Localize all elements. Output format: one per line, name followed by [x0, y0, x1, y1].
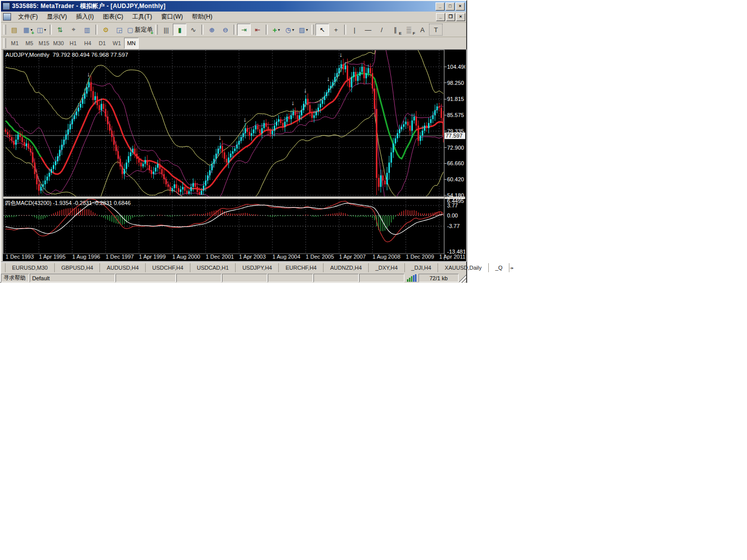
date-tick-label: 1 Apr 2011	[439, 254, 465, 260]
symbol-tab-_dxy[interactable]: _DXY,H4	[369, 263, 404, 272]
empty-status-cell	[313, 274, 359, 282]
symbol-tab-_q[interactable]: _Q	[489, 263, 510, 272]
date-tick-label: 1 Aug 2008	[372, 254, 400, 260]
zoom-out-button[interactable]: ⊖	[219, 24, 232, 36]
zoom-out-icon: ⊖	[223, 26, 228, 34]
price-tick-label: 66.660	[447, 160, 464, 166]
trendline-icon: /	[381, 26, 383, 34]
timeframe-h4[interactable]: H4	[80, 38, 95, 49]
vertical-line-button[interactable]: |	[348, 24, 361, 36]
line-chart-button[interactable]: ∿	[186, 24, 200, 36]
menu-item-5[interactable]: 窗口(W)	[157, 12, 187, 22]
market-watch-button[interactable]: ⇅	[53, 24, 67, 36]
symbol-tab-audnzd[interactable]: AUDNZD,H4	[324, 263, 369, 272]
crosshair-button[interactable]: +	[329, 24, 343, 36]
horizontal-line-icon: —	[365, 26, 371, 34]
new-order-button[interactable]: ▢+新定单	[126, 24, 154, 36]
symbol-tab-usdjpy[interactable]: USDJPY,H4	[236, 263, 279, 272]
new-chart-button[interactable]: ▦+▾	[21, 24, 35, 36]
title-bar[interactable]: 3535885: MetaTrader - 模拟帐户 - [AUDJPY,Mon…	[1, 1, 466, 12]
timeframe-m15[interactable]: M15	[37, 38, 51, 49]
status-bar: 寻求帮助Default72/1 kb	[1, 273, 466, 283]
price-tick-label: 85.575	[447, 112, 464, 118]
new-order-icon: ▢	[127, 26, 133, 34]
charts-profile-button[interactable]: ▤	[8, 24, 21, 36]
text-button[interactable]: A	[415, 24, 429, 36]
tabs-scroll-right-icon[interactable]: ▸	[511, 264, 513, 272]
indicators-button[interactable]: +▾	[269, 24, 283, 36]
timeframe-m1[interactable]: M1	[8, 38, 22, 49]
timeframe-w1[interactable]: W1	[110, 38, 124, 49]
auto-scroll-icon: ⇥	[241, 26, 247, 34]
symbol-tab-audusd[interactable]: AUDUSD,H4	[100, 263, 146, 272]
empty-status-cell	[222, 274, 267, 282]
menu-bar: 文件(F)显示(V)插入(I)图表(C)工具(T)窗口(W)帮助(H) _ ❐ …	[1, 12, 466, 23]
date-tick-label: 1 Aug 2000	[172, 254, 200, 260]
mdi-restore-button[interactable]: ❐	[446, 13, 455, 21]
horizontal-line-button[interactable]: —	[361, 24, 375, 36]
symbol-tab-_dji[interactable]: _DJI,H4	[405, 263, 439, 272]
equidistant-channel-icon: ∥	[394, 26, 397, 34]
data-window-button[interactable]: ⌖	[67, 24, 80, 36]
symbol-tab-xauusd[interactable]: XAUUSD,Daily	[438, 263, 488, 272]
empty-status-cell	[359, 274, 404, 282]
minimize-button[interactable]: _	[436, 3, 445, 11]
cursor-button[interactable]: ↖	[315, 24, 329, 36]
trendline-button[interactable]: /	[375, 24, 388, 36]
chart-shift-button[interactable]: ⇤	[251, 24, 264, 36]
chart-profiles-icon: ◫	[37, 26, 43, 34]
profile-status: Default	[30, 274, 115, 282]
menu-item-6[interactable]: 帮助(H)	[187, 12, 217, 22]
menu-item-4[interactable]: 工具(T)	[128, 12, 156, 22]
date-tick-label: 1 Dec 2005	[306, 254, 334, 260]
maximize-button[interactable]: □	[446, 3, 455, 11]
date-tick-label: 1 Aug 1996	[72, 254, 100, 260]
macd-tick-label: 0.00	[447, 212, 458, 218]
text-label-button[interactable]: T	[429, 24, 443, 36]
timeframe-m5[interactable]: M5	[22, 38, 37, 49]
menu-item-3[interactable]: 图表(C)	[98, 12, 128, 22]
zoom-in-button[interactable]: ⊕	[205, 24, 219, 36]
menu-item-1[interactable]: 显示(V)	[42, 12, 71, 22]
resize-grip[interactable]	[459, 273, 466, 283]
chart-window-icon	[3, 13, 11, 21]
symbol-tab-eurchf[interactable]: EURCHF,H4	[279, 263, 324, 272]
symbol-tab-usdchf[interactable]: USDCHF,H4	[146, 263, 190, 272]
timeframe-d1[interactable]: D1	[95, 38, 110, 49]
price-chart-svg[interactable]: ↓↓↓↓↓↓↓↑104.49098.25091.81585.57579.3357…	[3, 50, 465, 260]
menu-item-0[interactable]: 文件(F)	[14, 12, 42, 22]
data-window-icon: ⌖	[72, 26, 75, 34]
periods-button[interactable]: ◷▾	[283, 24, 296, 36]
bar-chart-button[interactable]: |||	[159, 24, 173, 36]
zoom-in-icon: ⊕	[209, 26, 215, 34]
menu-item-2[interactable]: 插入(I)	[71, 12, 98, 22]
templates-button[interactable]: ▨▾	[296, 24, 310, 36]
chart-area[interactable]: ↓↓↓↓↓↓↓↑104.49098.25091.81585.57579.3357…	[3, 49, 467, 262]
timeframe-h1[interactable]: H1	[66, 38, 80, 49]
mdi-minimize-button[interactable]: _	[436, 13, 445, 21]
date-tick-label: 1 Dec 1997	[105, 254, 134, 260]
mdi-close-button[interactable]: ×	[456, 13, 465, 21]
terminal-button[interactable]: ⚙	[99, 24, 113, 36]
symbol-tab-usdcad[interactable]: USDCAD,H1	[190, 263, 236, 272]
strategy-tester-button[interactable]: ◲	[113, 24, 126, 36]
candlestick-button[interactable]: ▮	[173, 24, 186, 36]
sell-arrow-icon: ↓	[339, 51, 343, 58]
timeframe-mn[interactable]: MN	[124, 38, 139, 49]
symbol-tab-eurusd[interactable]: EURUSD,M30	[5, 263, 55, 272]
symbol-tab-gbpusd[interactable]: GBPUSD,H4	[55, 263, 100, 272]
price-tick-label: 60.420	[447, 176, 464, 182]
auto-scroll-button[interactable]: ⇥	[237, 24, 251, 36]
timeframe-m30[interactable]: M30	[51, 38, 66, 49]
symbol-ohlc-label: AUDJPY,Monthly 79.792 80.494 76.968 77.5…	[6, 52, 128, 58]
sell-arrow-icon: ↓	[327, 75, 330, 82]
close-button[interactable]: ×	[456, 3, 465, 11]
empty-status-cell	[176, 274, 222, 282]
equidistant-channel-button[interactable]: ∥E	[388, 24, 402, 36]
navigator-button[interactable]: ▥	[80, 24, 94, 36]
timeframe-bar: M1M5M15M30H1H4D1W1MN	[1, 37, 466, 50]
buy-arrow-icon: ↑	[41, 188, 45, 196]
bar-chart-icon: |||	[164, 26, 169, 34]
fibonacci-button[interactable]: ▒F	[402, 24, 415, 36]
chart-profiles-button[interactable]: ◫▾	[35, 24, 48, 36]
